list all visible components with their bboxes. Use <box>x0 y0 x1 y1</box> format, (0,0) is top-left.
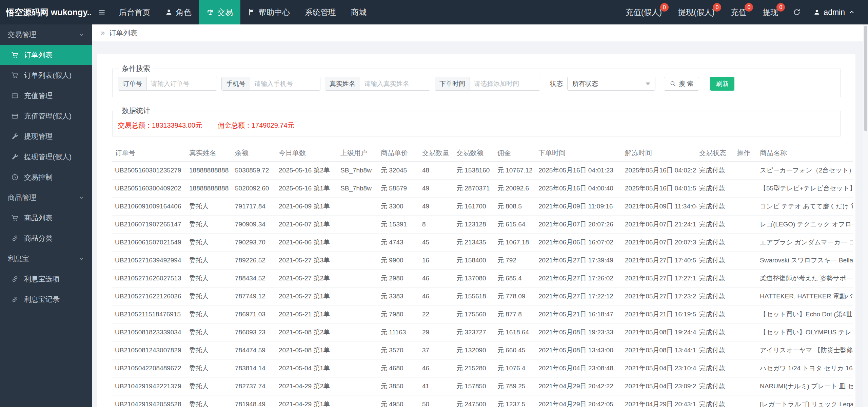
hamburger-icon <box>98 8 105 16</box>
sidebar-item[interactable]: 交易控制 <box>0 167 92 187</box>
sidebar-item-label: 利息宝记录 <box>24 295 60 304</box>
scrollbar-thumb[interactable] <box>864 26 867 131</box>
user-menu[interactable]: admin <box>807 0 861 24</box>
sidebar-item[interactable]: 商品管理 <box>0 187 92 208</box>
table-row[interactable]: UB2505160300409202188888888885020092.602… <box>112 180 853 198</box>
table-row[interactable]: UB2105081823339034委托人786093.232021-05-08… <box>112 323 853 341</box>
nav-item[interactable]: 后台首页 <box>112 0 158 24</box>
notification-badge: 0 <box>745 3 753 12</box>
cell-unfreeze-time: 2025年05月16日 04:01:57 <box>622 180 696 198</box>
column-header-amount[interactable]: 交易数额 <box>454 145 495 162</box>
main-nav: 后台首页角色交易帮助中心系统管理商城 <box>112 0 374 24</box>
sidebar-item[interactable]: 提现管理(假人) <box>0 147 92 167</box>
quick-link[interactable]: 提现0 <box>754 0 786 24</box>
cell-quantity: 46 <box>419 288 454 306</box>
search-input[interactable] <box>470 77 540 90</box>
field-label: 手机号 <box>222 77 250 90</box>
search-button[interactable]: 搜 索 <box>664 77 699 91</box>
sidebar-item[interactable]: 利息宝选项 <box>0 269 92 289</box>
cell-balance: 788434.52 <box>232 270 276 288</box>
nav-item[interactable]: 系统管理 <box>297 0 343 24</box>
cell-parent-user <box>338 323 378 341</box>
table-row[interactable]: UB2105042208489672委托人783814.142021-05-04… <box>112 359 853 377</box>
breadcrumb: » 订单列表 <box>92 24 868 41</box>
cell-unit-price: 元 2980 <box>378 270 419 288</box>
sidebar-item[interactable]: 利息宝 <box>0 248 92 269</box>
sidebar-toggle-button[interactable] <box>92 0 112 24</box>
table-row[interactable]: UB2105271622126026委托人787749.122021-05-27… <box>112 288 853 306</box>
status-selected-value: 所有状态 <box>572 79 598 88</box>
column-header-unit-price[interactable]: 商品单价 <box>378 145 419 162</box>
table-row[interactable]: UB2106061507021549委托人790293.702021-06-06… <box>112 234 853 252</box>
cell-product-name: 【55型テレビ+テレビ台セット】アイリス <box>757 180 853 198</box>
cell-quantity: 22 <box>419 306 454 323</box>
sidebar-item[interactable]: 交易管理 <box>0 24 92 45</box>
refresh-page-button[interactable] <box>786 0 807 24</box>
nav-item[interactable]: 帮助中心 <box>240 0 297 24</box>
cell-parent-user <box>338 234 378 252</box>
chevron-up-icon <box>848 9 855 16</box>
status-select[interactable]: 所有状态 <box>567 77 655 91</box>
quick-link[interactable]: 提现(假人)0 <box>670 0 723 24</box>
column-header-product-name[interactable]: 商品名称 <box>757 145 853 162</box>
sidebar-item[interactable]: 订单列表 <box>0 45 92 65</box>
column-header-commission[interactable]: 佣金 <box>495 145 536 162</box>
table-row[interactable]: UB2105211518476915委托人786971.032021-05-21… <box>112 306 853 323</box>
column-header-balance[interactable]: 余额 <box>232 145 276 162</box>
field-label: 订单号 <box>118 77 147 90</box>
column-header-real-name[interactable]: 真实姓名 <box>186 145 232 162</box>
cell-commission: 元 792 <box>495 252 536 270</box>
nav-item[interactable]: 商城 <box>343 0 374 24</box>
sidebar-item[interactable]: 提现管理 <box>0 126 92 147</box>
sidebar-item-label: 提现管理(假人) <box>24 152 72 162</box>
refresh-button[interactable]: 刷新 <box>710 77 734 91</box>
cell-unfreeze-time: 2021年05月27日 17:27:12 <box>622 270 696 288</box>
cell-order-time: 2021年05月08日 13:43:00 <box>536 341 622 359</box>
table-row[interactable]: UB2105081243007829委托人784474.592021-05-08… <box>112 341 853 359</box>
column-header-quantity[interactable]: 交易数量 <box>419 145 454 162</box>
column-header-parent-user[interactable]: 上级用户 <box>338 145 378 162</box>
column-header-status[interactable]: 交易状态 <box>696 145 734 162</box>
table-row[interactable]: UB2105271639492994委托人789226.522021-05-27… <box>112 252 853 270</box>
sidebar-item[interactable]: 商品列表 <box>0 208 92 228</box>
search-input[interactable] <box>147 77 217 90</box>
column-header-order-time[interactable]: 下单时间 <box>536 145 622 162</box>
sidebar-item-label: 利息宝选项 <box>24 274 60 284</box>
sidebar-item-label: 交易管理 <box>8 30 36 39</box>
table-row[interactable]: UB2106071907265147委托人790909.342021-06-07… <box>112 216 853 234</box>
column-header-today-count[interactable]: 今日单数 <box>276 145 338 162</box>
nav-item[interactable]: 交易 <box>199 0 240 24</box>
sidebar-item-label: 交易控制 <box>24 172 53 182</box>
search-input[interactable] <box>360 77 430 90</box>
quick-link[interactable]: 充值(假人)0 <box>617 0 670 24</box>
chevron-down-icon <box>78 195 84 201</box>
notification-badge: 0 <box>776 3 785 12</box>
sidebar-item[interactable]: 充值管理(假人) <box>0 106 92 126</box>
search-field-group: 下单时间 <box>435 77 540 91</box>
table-row[interactable]: UB2505160301235279188888888885030859.722… <box>112 162 853 180</box>
column-header-order-no[interactable]: 订单号 <box>112 145 186 162</box>
cell-unit-price: 元 15391 <box>378 216 419 234</box>
sidebar-item[interactable]: 商品分类 <box>0 228 92 248</box>
search-input[interactable] <box>250 77 320 90</box>
quick-link[interactable]: 充值0 <box>723 0 754 24</box>
sidebar-item[interactable]: 订单列表(假人) <box>0 65 92 86</box>
sidebar-item[interactable]: 利息宝记录 <box>0 289 92 310</box>
column-header-actions[interactable]: 操作 <box>734 145 757 162</box>
cell-status: 完成付款 <box>696 341 734 359</box>
table-row[interactable]: UB2104291942221379委托人782737.742021-04-29… <box>112 377 853 395</box>
cell-order-time: 2021年05月27日 17:22:12 <box>536 288 622 306</box>
cell-unfreeze-time: 2021年05月08日 19:24:41 <box>622 323 696 341</box>
table-row[interactable]: UB2106091009164406委托人791717.842021-06-09… <box>112 198 853 216</box>
order-table: 订单号真实姓名余额今日单数上级用户商品单价交易数量交易数额佣金下单时间解冻时间交… <box>112 145 853 407</box>
sidebar-item[interactable]: 充值管理 <box>0 86 92 106</box>
column-header-unfreeze-time[interactable]: 解冻时间 <box>622 145 696 162</box>
nav-item-label: 帮助中心 <box>259 7 290 18</box>
cell-unit-price: 元 7980 <box>378 306 419 323</box>
cell-status: 完成付款 <box>696 234 734 252</box>
table-row[interactable]: UB2104291942059528委托人781948.492021-04-29… <box>112 395 853 407</box>
cell-quantity: 37 <box>419 341 454 359</box>
table-row[interactable]: UB2105271626027513委托人788434.522021-05-27… <box>112 270 853 288</box>
cell-actions <box>734 270 757 288</box>
nav-item[interactable]: 角色 <box>158 0 199 24</box>
